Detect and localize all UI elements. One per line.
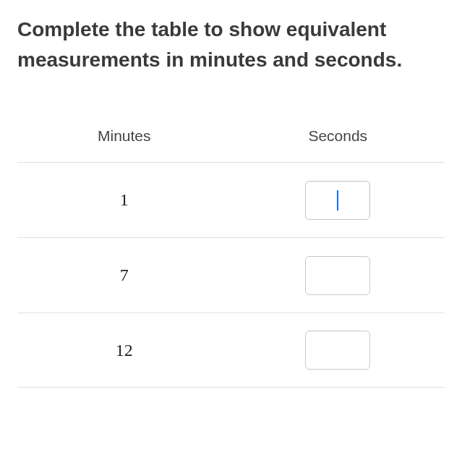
table-row: 7 <box>17 237 445 313</box>
table-header-row: Minutes Seconds <box>17 119 445 162</box>
header-minutes: Minutes <box>17 127 231 145</box>
conversion-table: Minutes Seconds 1 7 12 <box>17 119 445 388</box>
text-cursor <box>337 190 338 211</box>
question-prompt: Complete the table to show equivalent me… <box>17 14 445 75</box>
minutes-value: 7 <box>120 265 129 285</box>
seconds-input[interactable] <box>305 181 370 220</box>
table-row: 1 <box>17 162 445 237</box>
minutes-value: 12 <box>116 341 133 360</box>
seconds-input[interactable] <box>305 256 370 295</box>
table-row: 12 <box>17 313 445 388</box>
minutes-value: 1 <box>120 190 129 210</box>
seconds-input[interactable] <box>305 331 370 370</box>
header-seconds: Seconds <box>231 127 445 145</box>
